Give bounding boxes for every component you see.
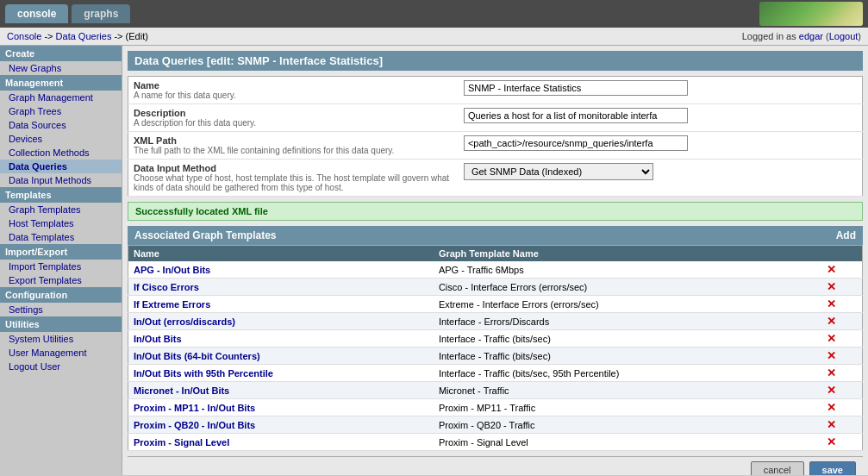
- assoc-row-name[interactable]: In/Out Bits (64-bit Counters): [134, 351, 260, 361]
- console-tab[interactable]: console: [5, 4, 68, 23]
- desc-input-cell: [459, 104, 863, 132]
- sidebar-item-host-templates[interactable]: Host Templates: [0, 216, 122, 230]
- delete-icon[interactable]: ✕: [827, 435, 836, 448]
- main-layout: Create New Graphs Management Graph Manag…: [0, 46, 868, 475]
- delete-icon[interactable]: ✕: [827, 401, 836, 414]
- data-input-label: Data Input Method: [134, 163, 453, 173]
- add-template-link[interactable]: Add: [836, 229, 856, 241]
- sidebar-item-data-sources[interactable]: Data Sources: [0, 118, 122, 132]
- assoc-row-template: Proxim - Signal Level: [434, 434, 821, 451]
- assoc-row-name[interactable]: If Cisco Errors: [134, 282, 199, 292]
- xml-path-label: XML Path: [134, 135, 453, 146]
- sidebar-templates-header: Templates: [0, 187, 122, 203]
- xml-path-desc: The full path to the XML file containing…: [134, 146, 453, 155]
- sidebar-item-user-management[interactable]: User Management: [0, 346, 122, 360]
- assoc-row-name[interactable]: Proxim - MP11 - In/Out Bits: [134, 403, 255, 413]
- breadcrumb-console[interactable]: Console: [7, 31, 41, 41]
- sidebar-item-export-templates[interactable]: Export Templates: [0, 273, 122, 287]
- form-row-data-input: Data Input Method Choose what type of ho…: [128, 160, 863, 197]
- sidebar-item-system-utilities[interactable]: System Utilities: [0, 332, 122, 346]
- sidebar-item-data-templates[interactable]: Data Templates: [0, 230, 122, 244]
- sidebar-item-import-templates[interactable]: Import Templates: [0, 260, 122, 273]
- sidebar-item-devices[interactable]: Devices: [0, 132, 122, 146]
- table-row: If Extreme Errors Extreme - Interface Er…: [128, 296, 863, 313]
- name-input-cell: [459, 77, 863, 104]
- assoc-row-template: APG - Traffic 6Mbps: [434, 261, 821, 279]
- bottom-bar: cancel save: [128, 456, 863, 475]
- name-desc: A name for this data query.: [134, 91, 453, 100]
- sidebar-item-settings[interactable]: Settings: [0, 303, 122, 316]
- auth-status: Logged in as edgar (Logout): [742, 31, 861, 41]
- assoc-row-template: Proxim - MP11 - Traffic: [434, 399, 821, 416]
- delete-icon[interactable]: ✕: [827, 349, 836, 362]
- description-input[interactable]: [464, 108, 688, 123]
- assoc-row-name[interactable]: In/Out Bits: [134, 334, 182, 344]
- sidebar-configuration-header: Configuration: [0, 287, 122, 303]
- col-delete-header: [821, 246, 863, 262]
- col-name-header: Name: [128, 246, 434, 262]
- assoc-row-template: Proxim - QB20 - Traffic: [434, 416, 821, 434]
- desc-label: Description: [134, 108, 453, 118]
- data-input-desc: Choose what type of host, host template …: [134, 173, 453, 192]
- sidebar-item-data-input-methods[interactable]: Data Input Methods: [0, 173, 122, 187]
- assoc-row-template: Interface - Traffic (bits/sec): [434, 348, 821, 365]
- data-input-label-cell: Data Input Method Choose what type of ho…: [128, 160, 459, 197]
- sidebar-import-export-header: Import/Export: [0, 244, 122, 260]
- col-template-header: Graph Template Name: [434, 246, 821, 262]
- top-navigation: console graphs: [0, 0, 868, 28]
- assoc-row-template: Cisco - Interface Errors (errors/sec): [434, 279, 821, 296]
- assoc-row-name[interactable]: In/Out Bits with 95th Percentile: [134, 368, 273, 379]
- graphs-tab[interactable]: graphs: [72, 4, 130, 23]
- assoc-row-name[interactable]: Micronet - In/Out Bits: [134, 385, 229, 396]
- breadcrumb-arrow1: ->: [44, 31, 53, 41]
- form-row-xml-path: XML Path The full path to the XML file c…: [128, 132, 863, 160]
- delete-icon[interactable]: ✕: [827, 384, 836, 397]
- table-row: In/Out Bits Interface - Traffic (bits/se…: [128, 330, 863, 348]
- assoc-row-template: Interface - Traffic (bits/sec): [434, 330, 821, 348]
- cancel-button[interactable]: cancel: [751, 461, 804, 475]
- table-row: Micronet - In/Out Bits Micronet - Traffi…: [128, 382, 863, 399]
- data-input-select[interactable]: Get SNMP Data (Indexed) Get SNMP Data Ge…: [464, 163, 653, 180]
- delete-icon[interactable]: ✕: [827, 280, 836, 293]
- delete-icon[interactable]: ✕: [827, 332, 836, 345]
- delete-icon[interactable]: ✕: [827, 298, 836, 310]
- sidebar-utilities-header: Utilities: [0, 316, 122, 332]
- data-input-select-cell: Get SNMP Data (Indexed) Get SNMP Data Ge…: [459, 160, 863, 197]
- sidebar-item-graph-management[interactable]: Graph Management: [0, 91, 122, 104]
- name-input[interactable]: [464, 80, 688, 96]
- sidebar-item-graph-templates[interactable]: Graph Templates: [0, 203, 122, 216]
- delete-icon[interactable]: ✕: [827, 263, 836, 276]
- breadcrumb-arrow2: ->: [114, 31, 122, 41]
- xml-label-cell: XML Path The full path to the XML file c…: [128, 132, 459, 160]
- breadcrumb-data-queries[interactable]: Data Queries: [56, 31, 112, 41]
- assoc-row-template: Interface - Traffic (bits/sec, 95th Perc…: [434, 365, 821, 382]
- sidebar-item-new-graphs[interactable]: New Graphs: [0, 61, 122, 75]
- breadcrumb-edit: (Edit): [126, 31, 148, 41]
- save-button[interactable]: save: [809, 461, 856, 475]
- assoc-row-name[interactable]: Proxim - QB20 - In/Out Bits: [134, 420, 255, 430]
- delete-icon[interactable]: ✕: [827, 315, 836, 328]
- assoc-row-name[interactable]: Proxim - Signal Level: [134, 437, 229, 448]
- xml-path-input[interactable]: [464, 135, 688, 151]
- name-label-cell: Name A name for this data query.: [128, 77, 459, 104]
- sidebar-item-data-queries[interactable]: Data Queries: [0, 160, 122, 173]
- desc-desc: A description for this data query.: [134, 118, 453, 128]
- sidebar-item-collection-methods[interactable]: Collection Methods: [0, 146, 122, 160]
- username-link[interactable]: edgar: [799, 31, 823, 41]
- breadcrumb: Console -> Data Queries -> (Edit): [7, 31, 148, 41]
- sidebar-management-header: Management: [0, 75, 122, 91]
- delete-icon[interactable]: ✕: [827, 366, 836, 379]
- table-row: Proxim - Signal Level Proxim - Signal Le…: [128, 434, 863, 451]
- sidebar-item-graph-trees[interactable]: Graph Trees: [0, 104, 122, 118]
- sidebar: Create New Graphs Management Graph Manag…: [0, 46, 122, 475]
- sidebar-item-logout-user[interactable]: Logout User: [0, 360, 122, 373]
- logout-link[interactable]: Logout: [829, 31, 859, 41]
- assoc-templates-table: Name Graph Template Name APG - In/Out Bi…: [128, 245, 863, 451]
- assoc-row-name[interactable]: In/Out (erros/discards): [134, 316, 235, 327]
- site-logo: [759, 2, 863, 26]
- table-row: APG - In/Out Bits APG - Traffic 6Mbps ✕: [128, 261, 863, 279]
- assoc-row-name[interactable]: APG - In/Out Bits: [134, 265, 210, 275]
- delete-icon[interactable]: ✕: [827, 418, 836, 431]
- assoc-row-template: Extreme - Interface Errors (errors/sec): [434, 296, 821, 313]
- assoc-row-name[interactable]: If Extreme Errors: [134, 299, 210, 310]
